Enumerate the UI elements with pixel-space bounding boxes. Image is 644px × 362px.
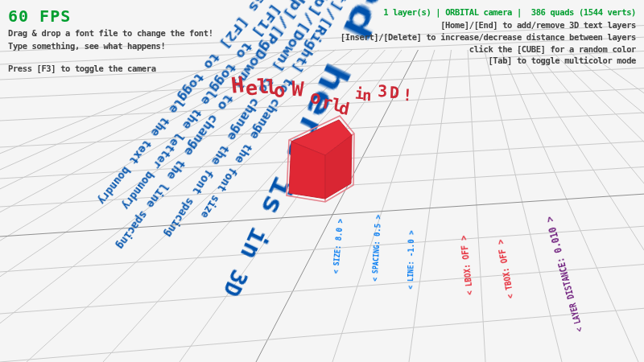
hello-letter: W [291, 79, 304, 100]
hello-letter: 3 [378, 83, 387, 99]
hello-letter: ! [402, 87, 412, 104]
help-cube-random-color: click the [CUBE] for a random color [469, 44, 636, 54]
cube-faces[interactable] [289, 120, 352, 199]
3d-viewport[interactable]: press [F2] to toggle the text boundry pr… [0, 0, 644, 362]
cube[interactable] [0, 0, 644, 362]
hello-letter: D [390, 84, 400, 101]
help-toggle-camera: Press [F3] to toggle the camera [8, 64, 156, 73]
fps-counter: 60 FPS [8, 6, 71, 26]
status-line: 1 layer(s) | ORBITAL camera | 386 quads … [383, 7, 636, 17]
hello-letter: H [230, 73, 246, 97]
help-type-something: Type something, see what happens! [8, 41, 165, 51]
hello-letter: o [274, 81, 285, 101]
hello-letter: o [309, 88, 323, 108]
hello-letter: n [362, 88, 372, 104]
help-multicolor-mode: [Tab] to toggle multicolor mode [488, 56, 636, 65]
help-add-remove-layers: [Home]/[End] to add/remove 3D text layer… [440, 20, 636, 30]
help-layer-distance: [Insert]/[Delete] to increase/decrease d… [341, 32, 636, 42]
help-drag-drop: Drag & drop a font file to change the fo… [8, 28, 213, 38]
